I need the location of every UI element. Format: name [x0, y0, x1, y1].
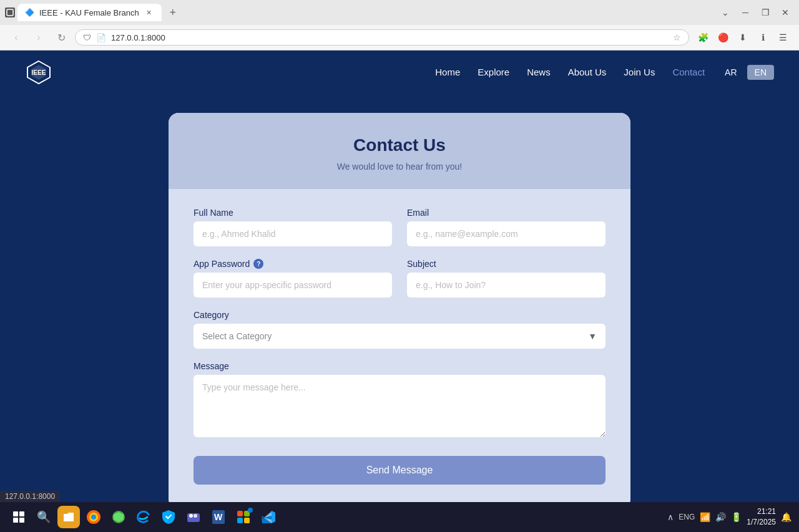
taskbar-vscode[interactable] [257, 506, 280, 528]
taskbar-file-explorer[interactable] [57, 506, 80, 528]
lang-ar-button[interactable]: AR [717, 65, 744, 80]
system-clock[interactable]: 21:21 1/7/2025 [747, 506, 776, 528]
contact-header: Contact Us We would love to hear from yo… [169, 113, 630, 189]
security-icon: 🛡 [83, 33, 91, 42]
browser-favicon [5, 7, 15, 17]
help-icon[interactable]: ? [253, 259, 263, 269]
svg-text:W: W [214, 512, 223, 522]
nav-news[interactable]: News [527, 67, 551, 78]
svg-rect-21 [237, 518, 243, 523]
bookmark-icon[interactable]: ☆ [673, 32, 681, 42]
svg-point-16 [189, 514, 193, 518]
contact-form-container: Contact Us We would love to hear from yo… [169, 113, 630, 510]
nav-explore[interactable]: Explore [478, 67, 509, 78]
form-row-2: App Password ? Subject [194, 259, 605, 297]
email-input[interactable] [407, 221, 605, 246]
page-content: IEEE Home Explore News About Us Join Us … [0, 51, 799, 510]
taskbar-store[interactable] [232, 506, 255, 528]
maximize-button[interactable]: ❐ [757, 4, 774, 21]
nav-contact[interactable]: Contact [672, 67, 705, 78]
category-label: Category [194, 310, 605, 320]
form-row-1: Full Name Email [194, 208, 605, 246]
info-button[interactable]: ℹ [754, 29, 772, 46]
taskbar-word[interactable]: W [207, 506, 230, 528]
full-name-input[interactable] [194, 221, 392, 246]
tab-list-button[interactable]: ⌄ [717, 4, 734, 21]
taskbar-search-button[interactable]: 🔍 [32, 506, 55, 528]
category-select[interactable]: Select a Category General Inquiry Techni… [194, 324, 605, 349]
subject-label: Subject [407, 259, 605, 269]
navbar: IEEE Home Explore News About Us Join Us … [0, 51, 799, 94]
email-label: Email [407, 208, 605, 218]
svg-rect-7 [13, 518, 18, 523]
taskbar-firefox[interactable] [82, 506, 105, 528]
new-tab-button[interactable]: + [164, 4, 182, 21]
browser-tab[interactable]: 🔷 IEEE - KAU Female Branch ✕ [17, 4, 162, 21]
subject-input[interactable] [407, 273, 605, 297]
browser-chrome: 🔷 IEEE - KAU Female Branch ✕ + ⌄ ─ ❐ ✕ ‹… [0, 0, 799, 51]
lang-en-button[interactable]: EN [747, 65, 774, 80]
browser-titlebar: 🔷 IEEE - KAU Female Branch ✕ + ⌄ ─ ❐ ✕ [0, 0, 799, 25]
notification-icon[interactable]: 🔔 [781, 512, 792, 522]
svg-point-11 [91, 515, 96, 520]
svg-rect-5 [13, 511, 18, 516]
message-label: Message [194, 361, 605, 371]
form-row-4: Message [194, 361, 605, 437]
forward-button[interactable]: › [30, 29, 47, 46]
menu-button[interactable]: ☰ [774, 29, 792, 46]
language-switcher: AR EN [717, 65, 774, 80]
full-name-label: Full Name [194, 208, 392, 218]
contact-form-body: Full Name Email App Password ? [169, 189, 630, 510]
send-message-button[interactable]: Send Message [194, 456, 605, 485]
reload-button[interactable]: ↻ [52, 29, 70, 46]
app-password-input[interactable] [194, 273, 392, 297]
nav-about[interactable]: About Us [568, 67, 607, 78]
navbar-brand[interactable]: IEEE [25, 59, 52, 86]
wifi-icon[interactable]: 📶 [700, 512, 710, 522]
svg-rect-0 [7, 9, 13, 16]
battery-icon[interactable]: 🔋 [731, 512, 742, 522]
window-controls: ⌄ ─ ❐ ✕ [717, 4, 794, 21]
clock-time: 21:21 [747, 506, 776, 517]
download-button[interactable]: ⬇ [734, 29, 752, 46]
minimize-button[interactable]: ─ [737, 4, 754, 21]
url-display: 127.0.0.1:8000 [111, 33, 668, 42]
nav-home[interactable]: Home [435, 67, 460, 78]
taskbar-teams[interactable] [182, 506, 205, 528]
form-row-3: Category Select a Category General Inqui… [194, 310, 605, 349]
app-password-label: App Password ? [194, 259, 392, 269]
svg-rect-19 [237, 511, 243, 516]
navbar-links: Home Explore News About Us Join Us Conta… [435, 67, 705, 78]
tab-close-button[interactable]: ✕ [144, 7, 154, 17]
taskbar-edge[interactable] [132, 506, 155, 528]
category-select-wrapper: Select a Category General Inquiry Techni… [194, 324, 605, 349]
close-button[interactable]: ✕ [777, 4, 794, 21]
contact-title: Contact Us [181, 135, 618, 155]
profile-button[interactable]: 🔴 [714, 29, 732, 46]
email-group: Email [407, 208, 605, 246]
tray-arrow-icon[interactable]: ∧ [667, 512, 674, 522]
nav-join[interactable]: Join Us [624, 67, 655, 78]
address-bar[interactable]: 🛡 📄 127.0.0.1:8000 ☆ [75, 29, 689, 46]
taskbar-defender[interactable] [157, 506, 180, 528]
svg-text:IEEE: IEEE [32, 69, 46, 76]
contact-subtitle: We would love to hear from you! [181, 162, 618, 172]
svg-rect-6 [19, 511, 24, 516]
extensions-button[interactable]: 🧩 [694, 29, 712, 46]
speaker-icon[interactable]: 🔊 [715, 512, 726, 522]
status-bar: 127.0.0.1:8000 [0, 491, 60, 502]
message-textarea[interactable] [194, 375, 605, 437]
system-tray: ∧ ENG 📶 🔊 🔋 21:21 1/7/2025 🔔 [667, 506, 792, 528]
svg-rect-8 [19, 518, 24, 523]
app-password-group: App Password ? [194, 259, 392, 297]
tab-title: IEEE - KAU Female Branch [39, 8, 139, 17]
toolbar-actions: 🧩 🔴 ⬇ ℹ ☰ [694, 29, 792, 46]
subject-group: Subject [407, 259, 605, 297]
start-button[interactable] [7, 506, 30, 528]
clock-date: 1/7/2025 [747, 517, 776, 528]
taskbar: 🔍 [0, 502, 799, 532]
taskbar-app2[interactable] [107, 506, 130, 528]
svg-point-15 [194, 514, 197, 518]
page-icon: 📄 [96, 33, 106, 42]
back-button[interactable]: ‹ [7, 29, 25, 46]
